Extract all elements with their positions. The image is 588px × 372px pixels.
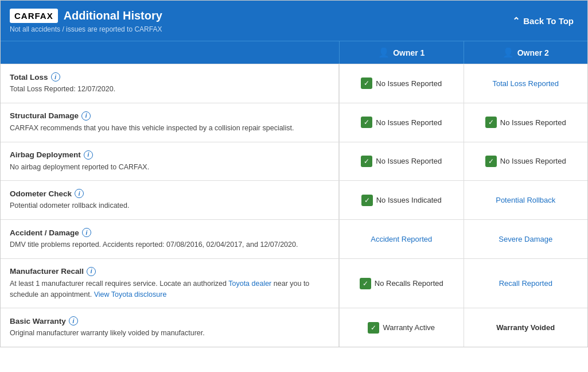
row-airbag: Airbag Deployment i No airbag deployment… bbox=[1, 142, 587, 181]
owner2-odometer: Potential Rollback bbox=[464, 181, 588, 219]
row-title-accident: Accident / Damage i bbox=[10, 228, 329, 237]
back-to-top-button[interactable]: ⌃ Back To Top bbox=[499, 16, 587, 26]
structural-desc: CARFAX recommends that you have this veh… bbox=[10, 123, 329, 134]
row-title-airbag: Airbag Deployment i bbox=[10, 150, 329, 160]
row-info-total-loss: Total Loss i Total Loss Reported: 12/07/… bbox=[1, 64, 339, 103]
row-title-structural: Structural Damage i bbox=[10, 111, 329, 121]
owner2-total-loss-link[interactable]: Total Loss Reported bbox=[492, 79, 559, 88]
row-title-odometer: Odometer Check i bbox=[10, 189, 329, 198]
header-subtitle: Not all accidents / issues are reported … bbox=[10, 25, 489, 33]
col-header-empty bbox=[1, 41, 339, 64]
owner1-recall: ✓ No Recalls Reported bbox=[339, 259, 464, 308]
recall-info-icon[interactable]: i bbox=[87, 267, 96, 276]
back-to-top-label: Back To Top bbox=[523, 16, 574, 26]
toyota-dealer-link[interactable]: Toyota dealer bbox=[228, 280, 271, 288]
owner2-accident-link[interactable]: Severe Damage bbox=[499, 235, 552, 243]
row-title-total-loss: Total Loss i bbox=[10, 72, 329, 82]
owner2-structural-text: No Issues Reported bbox=[500, 118, 566, 127]
total-loss-label: Total Loss bbox=[10, 73, 48, 82]
row-accident: Accident / Damage i DMV title problems r… bbox=[1, 219, 587, 258]
owner1-odometer-text: No Issues Indicated bbox=[376, 196, 442, 204]
owner1-warranty-ok: ✓ Warranty Active bbox=[368, 322, 435, 334]
row-total-loss: Total Loss i Total Loss Reported: 12/07/… bbox=[1, 64, 587, 103]
owner1-odometer: ✓ No Issues Indicated bbox=[339, 181, 464, 219]
accident-desc: DMV title problems reported. Accidents r… bbox=[10, 239, 329, 250]
green-check-icon: ✓ bbox=[368, 322, 379, 334]
main-container: CARFAX Additional History Not all accide… bbox=[0, 0, 588, 347]
carfax-logo: CARFAX bbox=[10, 9, 58, 23]
odometer-desc: Potential odometer rollback indicated. bbox=[10, 200, 329, 211]
owner1-label: Owner 1 bbox=[393, 48, 425, 57]
person-icon-1: 👤 bbox=[378, 47, 390, 58]
warranty-info-icon[interactable]: i bbox=[69, 316, 78, 326]
column-headers: 👤 Owner 1 👤 Owner 2 bbox=[1, 41, 587, 64]
owner2-airbag: ✓ No Issues Reported bbox=[464, 142, 588, 181]
green-check-icon: ✓ bbox=[360, 278, 371, 289]
owner1-total-loss-text: No Issues Reported bbox=[376, 79, 442, 88]
row-warranty: Basic Warranty i Original manufacturer w… bbox=[1, 308, 587, 347]
row-title-warranty: Basic Warranty i bbox=[10, 316, 329, 326]
col-header-owner1: 👤 Owner 1 bbox=[339, 41, 464, 64]
owner1-accident-link[interactable]: Accident Reported bbox=[371, 235, 432, 243]
owner2-recall: Recall Reported bbox=[464, 259, 588, 308]
owner1-structural: ✓ No Issues Reported bbox=[339, 103, 464, 142]
row-info-recall: Manufacturer Recall i At least 1 manufac… bbox=[1, 259, 339, 308]
green-check-icon: ✓ bbox=[485, 117, 497, 128]
owner1-odometer-ok: ✓ No Issues Indicated bbox=[361, 195, 442, 206]
owner2-warranty-bold: Warranty Voided bbox=[496, 323, 555, 332]
owner2-recall-link[interactable]: Recall Reported bbox=[499, 279, 552, 288]
owner1-recall-text: No Recalls Reported bbox=[375, 279, 443, 288]
owner2-total-loss: Total Loss Reported bbox=[464, 64, 588, 103]
row-info-accident: Accident / Damage i DMV title problems r… bbox=[1, 220, 339, 258]
owner1-accident: Accident Reported bbox=[339, 220, 464, 258]
owner2-structural-ok: ✓ No Issues Reported bbox=[485, 117, 566, 128]
odometer-info-icon[interactable]: i bbox=[75, 189, 84, 198]
total-loss-info-icon[interactable]: i bbox=[51, 72, 60, 82]
airbag-desc: No airbag deployment reported to CARFAX. bbox=[10, 162, 329, 173]
owner1-structural-ok: ✓ No Issues Reported bbox=[361, 117, 442, 128]
row-info-warranty: Basic Warranty i Original manufacturer w… bbox=[1, 308, 339, 347]
col-header-owner2: 👤 Owner 2 bbox=[464, 41, 588, 64]
structural-info-icon[interactable]: i bbox=[81, 111, 91, 121]
owner1-airbag-text: No Issues Reported bbox=[376, 157, 442, 165]
header-title: Additional History bbox=[64, 9, 162, 22]
structural-label: Structural Damage bbox=[10, 111, 79, 120]
person-icon-2: 👤 bbox=[503, 47, 514, 58]
owner2-accident: Severe Damage bbox=[464, 220, 588, 258]
warranty-desc: Original manufacturer warranty likely vo… bbox=[10, 328, 329, 339]
owner1-warranty: ✓ Warranty Active bbox=[339, 308, 464, 347]
row-info-odometer: Odometer Check i Potential odometer roll… bbox=[1, 181, 339, 219]
owner1-airbag-ok: ✓ No Issues Reported bbox=[361, 156, 442, 167]
row-title-recall: Manufacturer Recall i bbox=[10, 267, 329, 276]
warranty-label: Basic Warranty bbox=[10, 317, 66, 326]
green-check-icon: ✓ bbox=[485, 156, 497, 167]
owner1-total-loss: ✓ No Issues Reported bbox=[339, 64, 464, 103]
odometer-label: Odometer Check bbox=[10, 189, 72, 198]
row-structural-damage: Structural Damage i CARFAX recommends th… bbox=[1, 103, 587, 142]
carfax-logo-text: CARFAX bbox=[14, 11, 53, 21]
row-info-airbag: Airbag Deployment i No airbag deployment… bbox=[1, 142, 339, 181]
owner2-warranty: Warranty Voided bbox=[464, 308, 588, 347]
owner1-total-loss-ok: ✓ No Issues Reported bbox=[361, 78, 442, 89]
toyota-disclosure-link[interactable]: View Toyota disclosure bbox=[94, 290, 167, 299]
owner1-warranty-text: Warranty Active bbox=[383, 323, 435, 332]
row-info-structural: Structural Damage i CARFAX recommends th… bbox=[1, 103, 339, 142]
airbag-info-icon[interactable]: i bbox=[84, 150, 93, 160]
green-check-icon: ✓ bbox=[361, 117, 372, 128]
header-left: CARFAX Additional History Not all accide… bbox=[1, 3, 499, 39]
accident-label: Accident / Damage bbox=[10, 228, 79, 237]
owner2-odometer-link[interactable]: Potential Rollback bbox=[496, 196, 555, 204]
row-recall: Manufacturer Recall i At least 1 manufac… bbox=[1, 258, 587, 308]
green-check-icon: ✓ bbox=[361, 156, 372, 167]
airbag-label: Airbag Deployment bbox=[10, 150, 81, 159]
total-loss-desc: Total Loss Reported: 12/07/2020. bbox=[10, 84, 329, 95]
row-odometer: Odometer Check i Potential odometer roll… bbox=[1, 180, 587, 219]
recall-desc: At least 1 manufacturer recall requires … bbox=[10, 278, 329, 300]
header: CARFAX Additional History Not all accide… bbox=[1, 1, 587, 41]
owner2-airbag-text: No Issues Reported bbox=[500, 157, 566, 165]
green-check-icon: ✓ bbox=[361, 195, 373, 206]
recall-label: Manufacturer Recall bbox=[10, 267, 84, 276]
owner1-airbag: ✓ No Issues Reported bbox=[339, 142, 464, 181]
accident-info-icon[interactable]: i bbox=[82, 228, 91, 237]
green-check-icon: ✓ bbox=[361, 78, 372, 89]
